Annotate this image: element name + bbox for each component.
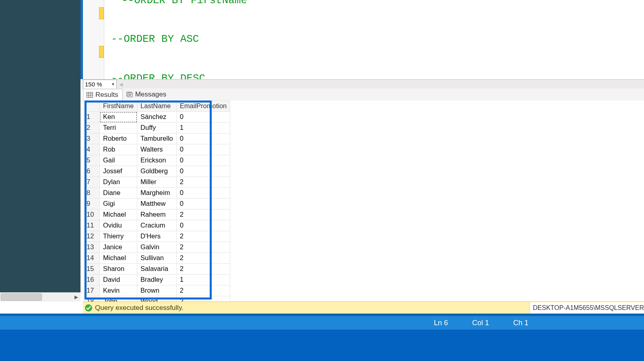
cell-lastname[interactable]: Brown [137, 285, 177, 296]
table-row[interactable]: 14MichaelSullivan2 [84, 253, 230, 264]
column-header-firstname[interactable]: FirstName [100, 101, 137, 112]
cell-lastname[interactable]: Margheim [137, 188, 177, 199]
cell-firstname[interactable]: Rob [100, 144, 137, 155]
editor-text-area[interactable]: --ORDER BY FirstName --ORDER BY ASC --OR… [111, 0, 644, 68]
row-number-cell[interactable]: 8 [84, 188, 100, 199]
cell-firstname[interactable]: David [100, 275, 137, 285]
column-header-emailpromotion[interactable]: EmailPromotion [176, 101, 230, 112]
cell-lastname[interactable]: Sánchez [137, 112, 177, 123]
table-row[interactable]: 12ThierryD'Hers2 [84, 231, 230, 242]
editor-hscroll-left-icon[interactable]: ◀ [119, 82, 123, 87]
cell-lastname[interactable]: Walters [137, 144, 177, 155]
cell-emailpromotion[interactable]: 0 [176, 199, 230, 209]
cell-lastname[interactable]: Tamburello [137, 133, 177, 144]
row-number-cell[interactable]: 17 [84, 285, 100, 296]
cell-firstname[interactable]: Kevin [100, 285, 137, 296]
row-number-cell[interactable]: 7 [84, 177, 100, 188]
cell-firstname[interactable]: Gail [100, 155, 137, 166]
cell-firstname[interactable]: Roberto [100, 133, 137, 144]
tab-results[interactable]: Results [83, 89, 123, 101]
table-row[interactable]: 17KevinBrown2 [84, 285, 230, 296]
cell-emailpromotion[interactable]: 2 [176, 242, 230, 253]
sql-editor[interactable]: --ORDER BY FirstName --ORDER BY ASC --OR… [80, 0, 644, 79]
cell-firstname[interactable]: Gigi [100, 199, 137, 209]
row-number-cell[interactable]: 3 [84, 133, 100, 144]
row-number-cell[interactable]: 10 [84, 209, 100, 220]
cell-emailpromotion[interactable]: 2 [176, 177, 230, 188]
cell-emailpromotion[interactable]: 1 [176, 275, 230, 285]
cell-firstname[interactable]: Diane [100, 188, 137, 199]
explorer-hscroll-right[interactable]: ▶ [72, 293, 80, 301]
cell-emailpromotion[interactable]: 0 [176, 166, 230, 177]
row-number-cell[interactable]: 13 [84, 242, 100, 253]
cell-firstname[interactable]: Ovidiu [100, 220, 137, 231]
table-row[interactable]: 10MichaelRaheem2 [84, 209, 230, 220]
cell-emailpromotion[interactable]: 0 [176, 155, 230, 166]
cell-lastname[interactable]: Duffy [137, 123, 177, 133]
row-number-cell[interactable]: 14 [84, 253, 100, 264]
cell-emailpromotion[interactable]: 0 [176, 220, 230, 231]
table-row[interactable]: 8DianeMargheim0 [84, 188, 230, 199]
cell-lastname[interactable]: Matthew [137, 199, 177, 209]
cell-emailpromotion[interactable]: 2 [176, 264, 230, 275]
cell-lastname[interactable]: Goldberg [137, 166, 177, 177]
cell-lastname[interactable]: Miller [137, 177, 177, 188]
table-row[interactable]: 6JossefGoldberg0 [84, 166, 230, 177]
cell-lastname[interactable]: Raheem [137, 209, 177, 220]
cell-firstname[interactable]: Michael [100, 253, 137, 264]
table-row[interactable]: 9GigiMatthew0 [84, 199, 230, 209]
row-number-cell[interactable]: 9 [84, 199, 100, 209]
row-number-cell[interactable]: 1 [84, 112, 100, 123]
cell-lastname[interactable]: Sullivan [137, 253, 177, 264]
cell-firstname[interactable]: Terri [100, 123, 137, 133]
zoom-select[interactable]: 150 % ▼ [83, 80, 117, 89]
cell-emailpromotion[interactable]: 0 [176, 112, 230, 123]
cell-lastname[interactable]: Salavaria [137, 264, 177, 275]
table-row[interactable]: 7DylanMiller2 [84, 177, 230, 188]
cell-firstname[interactable]: Jossef [100, 166, 137, 177]
table-row[interactable]: 16DavidBradley1 [84, 275, 230, 285]
table-row[interactable]: 5GailErickson0 [84, 155, 230, 166]
cell-emailpromotion[interactable]: 2 [176, 209, 230, 220]
editor-line[interactable]: --ORDER BY FirstName [122, 0, 247, 7]
cell-emailpromotion[interactable]: 2 [176, 253, 230, 264]
cell-emailpromotion[interactable]: 0 [176, 188, 230, 199]
table-row[interactable]: 4RobWalters0 [84, 144, 230, 155]
cell-firstname[interactable]: Dylan [100, 177, 137, 188]
tab-messages[interactable]: Messages [123, 88, 171, 101]
table-row[interactable]: 2TerriDuffy1 [84, 123, 230, 133]
row-number-cell[interactable]: 11 [84, 220, 100, 231]
row-number-header[interactable] [84, 101, 100, 112]
cell-lastname[interactable]: Galvin [137, 242, 177, 253]
table-row[interactable]: 15SharonSalavaria2 [84, 264, 230, 275]
table-row[interactable]: 1KenSánchez0 [84, 112, 230, 123]
cell-lastname[interactable]: Bradley [137, 275, 177, 285]
explorer-hscroll-thumb[interactable] [1, 293, 42, 301]
cell-lastname[interactable]: Cracium [137, 220, 177, 231]
results-grid[interactable]: FirstName LastName EmailPromotion 1KenSá… [84, 101, 230, 318]
row-number-cell[interactable]: 16 [84, 275, 100, 285]
cell-firstname[interactable]: Michael [100, 209, 137, 220]
cell-emailpromotion[interactable]: 2 [176, 285, 230, 296]
row-number-cell[interactable]: 2 [84, 123, 100, 133]
explorer-hscroll[interactable]: ▶ [0, 292, 80, 302]
row-number-cell[interactable]: 12 [84, 231, 100, 242]
cell-firstname[interactable]: Janice [100, 242, 137, 253]
row-number-cell[interactable]: 5 [84, 155, 100, 166]
table-row[interactable]: 11OvidiuCracium0 [84, 220, 230, 231]
cell-lastname[interactable]: Erickson [137, 155, 177, 166]
cell-emailpromotion[interactable]: 0 [176, 144, 230, 155]
row-number-cell[interactable]: 4 [84, 144, 100, 155]
row-number-cell[interactable]: 6 [84, 166, 100, 177]
cell-firstname[interactable]: Thierry [100, 231, 137, 242]
editor-line[interactable]: --ORDER BY ASC [111, 32, 199, 46]
cell-lastname[interactable]: D'Hers [137, 231, 177, 242]
table-row[interactable]: 3RobertoTamburello0 [84, 133, 230, 144]
table-row[interactable]: 13JaniceGalvin2 [84, 242, 230, 253]
cell-firstname[interactable]: Sharon [100, 264, 137, 275]
cell-emailpromotion[interactable]: 2 [176, 231, 230, 242]
column-header-lastname[interactable]: LastName [137, 101, 177, 112]
row-number-cell[interactable]: 15 [84, 264, 100, 275]
cell-emailpromotion[interactable]: 1 [176, 123, 230, 133]
cell-emailpromotion[interactable]: 0 [176, 133, 230, 144]
